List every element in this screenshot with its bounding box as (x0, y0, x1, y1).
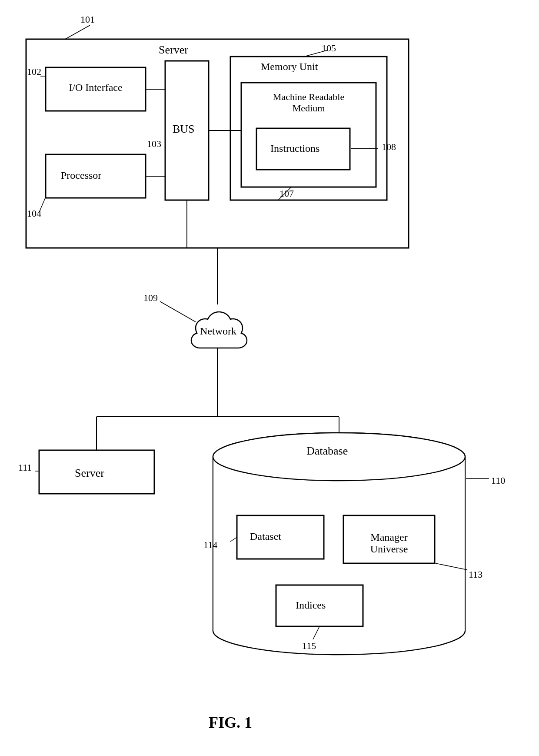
processor-label: Processor (61, 170, 101, 181)
ref-104: 104 (27, 208, 41, 219)
server2-label: Server (75, 467, 104, 480)
ref-111: 111 (18, 462, 32, 473)
diagram: 101 Server 102 I/O Interface 103 BUS Pro… (0, 0, 539, 756)
svg-rect-0 (26, 39, 409, 248)
memory-unit-label: Memory Unit (261, 61, 318, 73)
ref-101: 101 (80, 14, 95, 25)
ref-113: 113 (469, 569, 482, 580)
svg-rect-23 (213, 457, 465, 631)
svg-line-38 (313, 626, 319, 639)
figure-label: FIG. 1 (209, 713, 252, 732)
instructions-label: Instructions (270, 143, 319, 154)
ref-115: 115 (302, 640, 316, 652)
svg-line-36 (436, 563, 467, 570)
svg-rect-4 (230, 57, 387, 200)
ref-108: 108 (382, 141, 396, 153)
ref-102: 102 (27, 66, 41, 77)
ref-110: 110 (491, 475, 505, 486)
svg-line-37 (230, 537, 237, 542)
svg-line-33 (160, 301, 196, 322)
svg-point-22 (213, 607, 465, 655)
ref-103: 103 (147, 138, 161, 150)
dataset-label: Dataset (250, 531, 281, 542)
io-interface-label: I/O Interface (52, 82, 139, 94)
ref-114: 114 (203, 539, 217, 551)
network-label: Network (200, 325, 236, 337)
server-label: Server (159, 43, 188, 57)
manager-universe-label: ManagerUniverse (352, 532, 426, 555)
database-label: Database (306, 445, 348, 458)
indices-label: Indices (296, 599, 326, 611)
ref-105: 105 (322, 43, 336, 54)
bus-label: BUS (173, 123, 195, 136)
svg-line-28 (65, 25, 90, 39)
mrm-label: Machine ReadableMedium (246, 91, 372, 114)
ref-109: 109 (143, 292, 158, 304)
ref-107: 107 (279, 188, 294, 199)
